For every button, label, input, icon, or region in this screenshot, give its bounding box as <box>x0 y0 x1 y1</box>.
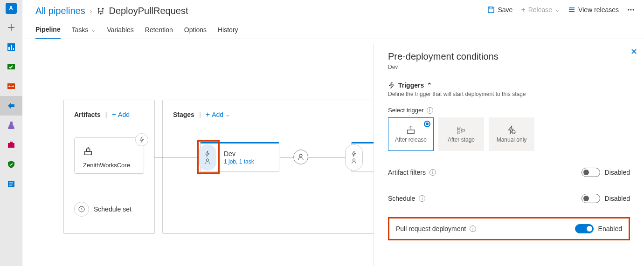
artifacts-icon[interactable] <box>0 135 22 155</box>
svg-point-22 <box>206 159 208 161</box>
connector-line <box>280 157 350 157</box>
org-avatar[interactable]: A <box>6 3 17 14</box>
save-label: Save <box>498 6 512 14</box>
left-nav: A <box>0 0 22 266</box>
close-button[interactable]: ✕ <box>630 47 637 57</box>
pre-deployment-panel: ✕ Pre-deployment conditions Dev Triggers… <box>374 43 644 266</box>
svg-rect-28 <box>462 130 465 131</box>
tab-retention[interactable]: Retention <box>145 26 173 39</box>
person-icon <box>297 153 305 161</box>
stage-subtitle[interactable]: 1 job, 1 task <box>224 158 254 165</box>
toggle-state-label: Enabled <box>598 225 622 232</box>
svg-point-16 <box>630 9 632 11</box>
svg-rect-24 <box>408 130 415 133</box>
manual-icon <box>506 125 517 135</box>
repos-icon[interactable] <box>0 76 22 96</box>
artifact-filters-row: Artifact filtersi Disabled <box>388 168 630 177</box>
schedule-label: Schedule set <box>94 205 132 213</box>
tab-variables[interactable]: Variables <box>107 26 133 39</box>
save-icon <box>487 6 495 14</box>
pre-deployment-button-dev[interactable] <box>199 144 216 171</box>
person-icon <box>204 158 211 164</box>
add-stage-button[interactable]: +Add⌄ <box>206 110 230 119</box>
schedule-button[interactable]: Schedule set <box>74 202 144 217</box>
svg-point-15 <box>628 9 630 11</box>
breadcrumb-current: DeployPullRequest <box>97 6 188 16</box>
svg-rect-2 <box>11 45 12 50</box>
stages-header: Stages | +Add⌄ <box>173 110 389 119</box>
pipeline-name: DeployPullRequest <box>109 6 188 16</box>
view-releases-label: View releases <box>578 6 619 14</box>
boards-icon[interactable] <box>0 57 22 76</box>
svg-point-21 <box>299 154 302 157</box>
stage-card-dev[interactable]: Dev 1 job, 1 task <box>200 142 279 172</box>
add-artifact-button[interactable]: +Add <box>112 110 130 119</box>
artifact-filters-toggle[interactable] <box>582 168 600 177</box>
svg-rect-19 <box>86 149 90 152</box>
pre-deployment-button-test[interactable] <box>345 144 363 171</box>
main-area: All pipelines › DeployPullRequest Save +… <box>22 0 644 266</box>
info-icon[interactable]: i <box>470 225 476 232</box>
chevron-up-icon: ⌃ <box>427 82 432 89</box>
svg-rect-25 <box>457 127 460 129</box>
connector-line <box>154 157 199 157</box>
settings-icon[interactable] <box>0 174 22 194</box>
artifacts-header: Artifacts | +Add <box>74 110 144 119</box>
dashboard-icon[interactable] <box>0 37 22 57</box>
lightning-icon <box>204 150 211 157</box>
chevron-down-icon: ⌄ <box>91 27 96 33</box>
save-button[interactable]: Save <box>487 6 512 14</box>
artifact-card[interactable]: ZenithWorksCore <box>74 137 144 174</box>
build-icon <box>83 146 93 157</box>
breadcrumb-root[interactable]: All pipelines <box>35 6 85 16</box>
tab-tasks[interactable]: Tasks⌄ <box>72 26 96 39</box>
svg-point-17 <box>633 9 634 11</box>
info-icon[interactable]: i <box>429 169 436 176</box>
build-icon <box>406 125 416 135</box>
triggers-description: Define the trigger that will start deplo… <box>388 91 630 97</box>
chevron-down-icon: ⌄ <box>225 111 230 118</box>
release-button: + Release ⌄ <box>521 6 560 14</box>
pr-deployment-toggle[interactable] <box>575 224 594 233</box>
triggers-section-header[interactable]: Triggers ⌃ <box>388 82 630 89</box>
artifacts-group: Artifacts | +Add ZenithWorksCore Schedul… <box>63 100 155 234</box>
trigger-after-release[interactable]: After release <box>388 117 434 151</box>
more-button[interactable] <box>627 6 635 14</box>
schedule-toggle[interactable] <box>582 194 600 203</box>
select-trigger-label: Select trigger i <box>388 107 630 114</box>
stage-name: Dev <box>224 150 254 157</box>
add-icon[interactable] <box>0 18 22 37</box>
artifact-name: ZenithWorksCore <box>83 162 139 169</box>
svg-rect-18 <box>85 151 92 155</box>
post-deployment-button[interactable] <box>293 150 308 164</box>
svg-point-13 <box>100 13 102 14</box>
tab-bar: Pipeline Tasks⌄ Variables Retention Opti… <box>22 19 644 39</box>
trigger-manual-only[interactable]: Manual only <box>489 117 534 151</box>
chevron-down-icon: ⌄ <box>555 7 560 13</box>
panel-subtitle: Dev <box>388 64 630 70</box>
stages-icon <box>456 125 466 135</box>
view-releases-button[interactable]: View releases <box>568 6 619 14</box>
person-icon <box>351 158 357 164</box>
schedule-row: Schedulei Disabled <box>388 194 630 203</box>
artifact-trigger-button[interactable] <box>135 133 148 146</box>
tab-pipeline[interactable]: Pipeline <box>35 26 61 39</box>
info-icon[interactable]: i <box>427 107 433 114</box>
info-icon[interactable]: i <box>419 195 425 202</box>
stages-group: Stages | +Add⌄ Dev 1 job, 1 task <box>162 100 400 234</box>
toggle-state-label: Disabled <box>605 195 630 202</box>
artifact-filters-label: Artifact filters <box>388 169 426 176</box>
test-plans-icon[interactable] <box>0 116 22 135</box>
panel-title: Pre-deployment conditions <box>388 51 630 62</box>
lightning-icon <box>351 150 357 157</box>
lightning-icon <box>138 136 145 143</box>
chevron-right-icon: › <box>90 7 92 15</box>
tab-options[interactable]: Options <box>184 26 207 39</box>
pipelines-icon[interactable] <box>0 96 22 116</box>
release-label: Release <box>528 6 552 14</box>
trigger-after-stage[interactable]: After stage <box>438 117 484 151</box>
tab-history[interactable]: History <box>218 26 238 39</box>
radio-selected <box>424 121 430 127</box>
svg-rect-8 <box>8 143 14 148</box>
security-icon[interactable] <box>0 155 22 174</box>
